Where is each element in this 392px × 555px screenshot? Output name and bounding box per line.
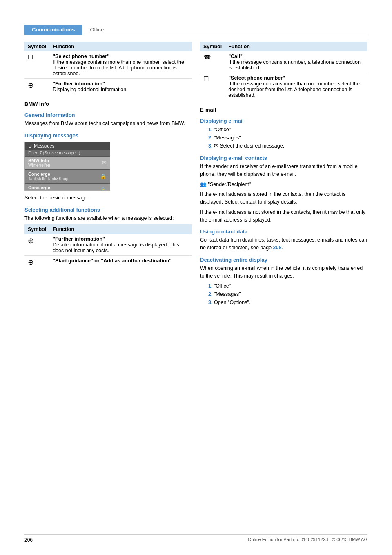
func-guidance: "Start guidance" or "Add as another dest… [49, 256, 192, 269]
right-table-1: Symbol Function ☎ "Call" If the message … [200, 42, 368, 100]
list-item: 1. "Office" [208, 282, 368, 290]
using-contact-data-heading: Using contact data [200, 228, 368, 235]
ss-row-2: Concierge Tankstelle Tank&Shop 🔒 [25, 170, 110, 183]
email-contacts-body3: If the e-mail address is not stored in t… [200, 208, 368, 224]
page-number: 206 [24, 537, 33, 543]
sym-further: ⊕ [24, 79, 49, 95]
deactivating-display-body: When opening an e-mail when in the vehic… [200, 264, 368, 280]
table-row: ☐ "Select phone number" If the message c… [200, 73, 368, 101]
list-item: 1. "Office" [208, 125, 368, 134]
ss-title-bar: ⊕ Messages [25, 142, 110, 150]
email-contacts-body2: If the e-mail address is stored in the c… [200, 190, 368, 206]
left-table1-sym-header: Symbol [24, 42, 49, 51]
list-item: 2. "Messages" [208, 134, 368, 142]
right-column: Symbol Function ☎ "Call" If the message … [200, 42, 368, 310]
sym-phone: ☐ [24, 51, 49, 79]
left-table2-sym-header: Symbol [24, 224, 49, 234]
selecting-functions-body: The following functions are available wh… [24, 215, 192, 222]
general-info-body: Messages from BMW about technical campai… [24, 120, 192, 128]
table-row: ⊕ "Start guidance" or "Add as another de… [24, 256, 192, 269]
email-contacts-body1: If the sender and receiver of an e-mail … [200, 163, 368, 178]
func-further-info: "Further information" Detailed informati… [49, 234, 192, 256]
left-table1-func-header: Function [49, 42, 192, 51]
bmw-info-heading: BMW Info [24, 101, 192, 107]
messages-screenshot: ⊕ Messages Filter: 7 (Service message ↓)… [24, 142, 110, 191]
ss-row-3: Concierge Hotel Munich 🔒 [25, 184, 110, 191]
left-table-2: Symbol Function ⊕ "Further information" … [24, 224, 192, 269]
left-table-1: Symbol Function ☐ "Select phone number" … [24, 42, 192, 94]
func-further: "Further information" Displaying additio… [49, 79, 192, 95]
func-select-phone: "Select phone number" If the message con… [225, 73, 368, 101]
table-row: ⊕ "Further information" Displaying addit… [24, 79, 192, 95]
func-phone: "Select phone number" If the message con… [49, 51, 192, 79]
tab-bar: Communications Office [24, 25, 368, 35]
right-table1-sym-header: Symbol [200, 42, 225, 51]
func-call: "Call" If the message contains a number,… [225, 51, 368, 73]
select-message-text: Select the desired message. [24, 194, 192, 202]
selecting-functions-heading: Selecting additional functions [24, 207, 192, 213]
copyright: Online Edition for Part no. 01402911223 … [248, 537, 368, 543]
ss-filter-bar: Filter: 7 (Service message ↓) [25, 150, 110, 156]
deactivating-display-steps: 1. "Office" 2. "Messages" 3. Open "Optio… [200, 282, 368, 307]
right-table1-func-header: Function [225, 42, 368, 51]
general-info-heading: General information [24, 112, 192, 118]
displaying-email-steps: 1. "Office" 2. "Messages" 3. ✉ Select th… [200, 125, 368, 150]
left-table2-func-header: Function [49, 224, 192, 234]
sym-further-info: ⊕ [24, 234, 49, 256]
table-row: ⊕ "Further information" Detailed informa… [24, 234, 192, 256]
email-contacts-icon-label: 👥 "Sender/Recipient" [200, 181, 368, 188]
using-contact-data-body: Contact data from deadlines, tasks, text… [200, 236, 368, 252]
table-row: ☐ "Select phone number" If the message c… [24, 51, 192, 79]
ss-row-1: BMW Info Winterreifen ✉ [25, 157, 110, 169]
email-contacts-heading: Displaying e-mail contacts [200, 155, 368, 161]
page: Communications Office Symbol Function ☐ [0, 0, 392, 555]
list-item: 3. Open "Options". [208, 298, 368, 307]
displaying-email-heading: Displaying e-mail [200, 118, 368, 124]
list-item: 3. ✉ Select the desired message. [208, 142, 368, 150]
displaying-messages-heading: Displaying messages [24, 132, 192, 139]
tab-communications[interactable]: Communications [24, 25, 82, 35]
deactivating-display-heading: Deactivating entire display [200, 257, 368, 263]
sym-guidance: ⊕ [24, 256, 49, 269]
sym-select-phone: ☐ [200, 73, 225, 101]
sym-call: ☎ [200, 51, 225, 73]
tab-office[interactable]: Office [82, 25, 111, 35]
list-item: 2. "Messages" [208, 290, 368, 298]
main-content: Symbol Function ☐ "Select phone number" … [24, 42, 368, 310]
left-column: Symbol Function ☐ "Select phone number" … [24, 42, 192, 310]
table-row: ☎ "Call" If the message contains a numbe… [200, 51, 368, 73]
email-heading: E-mail [200, 107, 368, 113]
